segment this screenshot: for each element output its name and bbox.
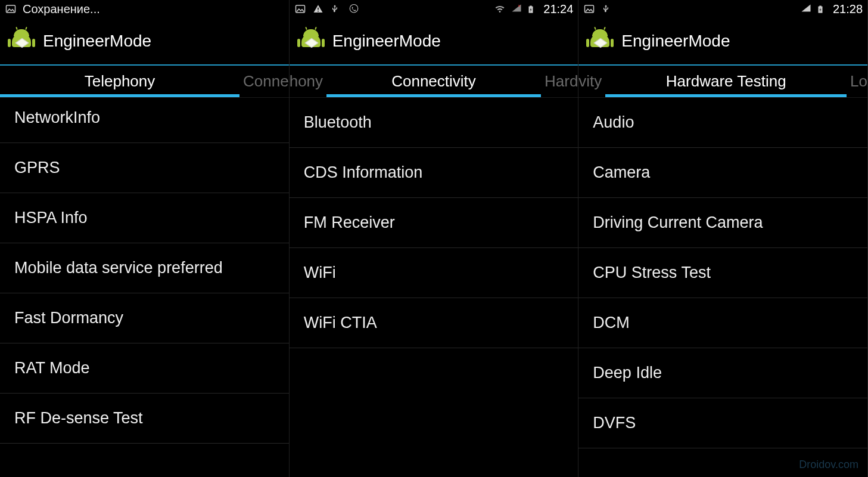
- list[interactable]: Audio Camera Driving Current Camera CPU …: [578, 98, 867, 477]
- list-item[interactable]: GPRS: [0, 143, 289, 193]
- list[interactable]: Bluetooth CDS Information FM Receiver Wi…: [290, 98, 578, 477]
- app-header: EngineerMode: [290, 18, 578, 66]
- signal-icon: [799, 4, 811, 14]
- image-icon: [583, 4, 595, 14]
- battery-icon: [816, 4, 828, 14]
- svg-rect-3: [318, 11, 319, 12]
- status-bar: ✕ 21:24: [290, 0, 578, 18]
- svg-rect-10: [819, 6, 822, 7]
- list-item[interactable]: Fast Dormancy: [0, 293, 289, 343]
- app-title: EngineerMode: [621, 32, 730, 51]
- battery-icon: [527, 4, 539, 14]
- phone-screenshot-3: 21:28 EngineerMode vity Hardware Testing…: [578, 0, 868, 477]
- list-item[interactable]: Bluetooth: [290, 98, 578, 148]
- tab-label: Connectivity: [391, 72, 476, 91]
- viber-icon: [348, 4, 360, 14]
- tab-bar: Telephony Conne: [0, 66, 289, 98]
- list-item[interactable]: Deep Idle: [578, 348, 867, 398]
- status-bar: 21:28: [578, 0, 867, 18]
- phone-screenshot-2: ✕ 21:24 EngineerMode hony Connectivity H…: [290, 0, 579, 477]
- tab-label: Hardware Testing: [666, 72, 786, 91]
- list-item[interactable]: Mobile data service preferred: [0, 243, 289, 293]
- tab-label: Conne: [243, 72, 289, 91]
- svg-rect-7: [530, 6, 533, 7]
- app-title: EngineerMode: [332, 32, 441, 51]
- list-item[interactable]: RF De-sense Test: [0, 394, 289, 444]
- status-bar: Сохранение...: [0, 0, 289, 18]
- usb-icon: [601, 4, 613, 14]
- tab-label: Hard: [545, 72, 578, 91]
- svg-point-4: [350, 5, 358, 13]
- tab-label: hony: [290, 72, 323, 91]
- tab-hardware[interactable]: Hard: [541, 66, 578, 97]
- tab-connectivity[interactable]: Connectivity: [326, 66, 541, 97]
- android-icon: [587, 28, 613, 54]
- image-icon: [294, 4, 306, 14]
- list-item[interactable]: HSPA Info: [0, 193, 289, 243]
- image-icon: [5, 4, 17, 14]
- list-item[interactable]: Driving Current Camera: [578, 198, 867, 248]
- list-item[interactable]: WiFi CTIA: [290, 298, 578, 348]
- list-item[interactable]: DCM: [578, 298, 867, 348]
- tab-label: vity: [578, 72, 602, 91]
- list-item[interactable]: Camera: [578, 148, 867, 198]
- svg-rect-2: [318, 8, 319, 10]
- warning-icon: [312, 4, 324, 14]
- app-title: EngineerMode: [43, 32, 151, 51]
- list-item[interactable]: WiFi: [290, 248, 578, 298]
- android-icon: [298, 28, 324, 54]
- tab-hardware-testing[interactable]: Hardware Testing: [605, 66, 847, 97]
- tab-connectivity[interactable]: vity: [578, 66, 605, 97]
- signal-icon: ✕: [510, 4, 522, 14]
- list-item[interactable]: CPU Stress Test: [578, 248, 867, 298]
- app-header: EngineerMode: [578, 18, 867, 66]
- android-icon: [8, 28, 35, 54]
- tab-label: Lo: [850, 72, 867, 91]
- list-item[interactable]: DVFS: [578, 398, 867, 448]
- list-item[interactable]: CDS Information: [290, 148, 578, 198]
- list[interactable]: NetworkInfo GPRS HSPA Info Mobile data s…: [0, 98, 289, 477]
- list-item[interactable]: FM Receiver: [290, 198, 578, 248]
- tab-bar: hony Connectivity Hard: [290, 66, 578, 98]
- clock: 21:28: [833, 2, 863, 16]
- wifi-icon: [493, 4, 505, 14]
- tab-telephony[interactable]: hony: [290, 66, 326, 97]
- usb-icon: [330, 4, 342, 14]
- app-header: EngineerMode: [0, 18, 289, 66]
- list-item[interactable]: NetworkInfo: [0, 98, 289, 143]
- tab-telephony[interactable]: Telephony: [0, 66, 239, 97]
- svg-text:✕: ✕: [518, 4, 521, 8]
- tab-location[interactable]: Lo: [847, 66, 867, 97]
- status-text: Сохранение...: [23, 2, 100, 16]
- phone-screenshot-1: Сохранение... EngineerMode Telephony Con…: [0, 0, 290, 477]
- tab-connectivity[interactable]: Conne: [239, 66, 289, 97]
- tab-label: Telephony: [85, 72, 155, 91]
- list-item[interactable]: RAT Mode: [0, 343, 289, 394]
- list-item[interactable]: Audio: [578, 98, 867, 148]
- tab-bar: vity Hardware Testing Lo: [578, 66, 867, 98]
- clock: 21:24: [543, 2, 573, 16]
